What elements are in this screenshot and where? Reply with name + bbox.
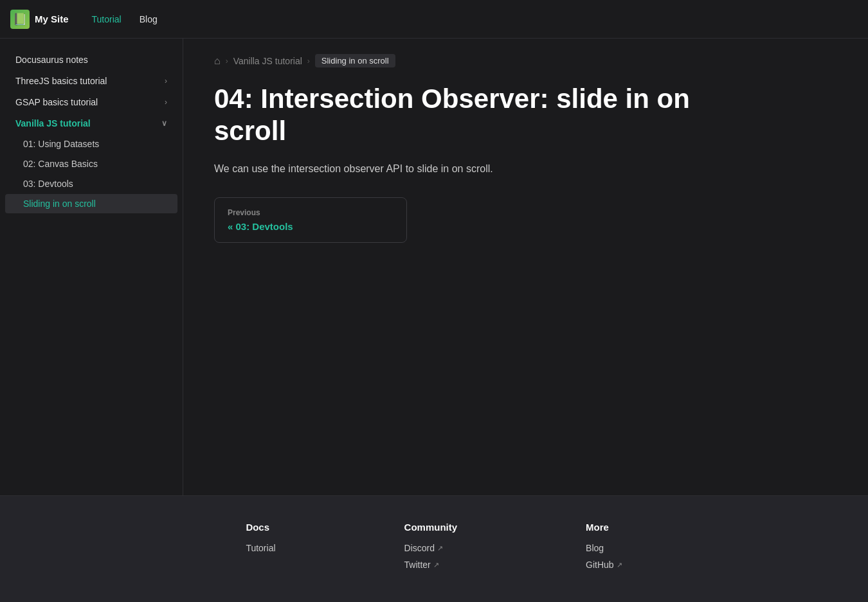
nav-tutorial[interactable]: Tutorial	[84, 9, 129, 30]
sidebar-sub-sliding-on-scroll[interactable]: Sliding in on scroll	[5, 194, 177, 213]
page-title: 04: Intersection Observer: slide in on s…	[214, 83, 731, 148]
breadcrumb-vanilla-js[interactable]: Vanilla JS tutorial	[233, 56, 302, 66]
footer-col-community: Community Discord ↗ Twitter ↗	[404, 522, 458, 576]
breadcrumb: ⌂ › Vanilla JS tutorial › Sliding in on …	[214, 54, 731, 67]
footer-col-docs: Docs Tutorial	[246, 522, 275, 576]
main-content: ⌂ › Vanilla JS tutorial › Sliding in on …	[183, 39, 762, 495]
sidebar-sub-canvas-basics[interactable]: 02: Canvas Basics	[5, 154, 177, 173]
navbar: 📗 My Site Tutorial Blog	[0, 0, 868, 39]
sidebar-item-docusaurus-notes[interactable]: Docusaurus notes	[5, 49, 177, 70]
footer-link-twitter[interactable]: Twitter ↗	[404, 560, 458, 570]
previous-nav-card[interactable]: Previous « 03: Devtools	[214, 197, 407, 243]
footer-more-title: More	[586, 522, 622, 533]
footer-docs-title: Docs	[246, 522, 275, 533]
site-brand[interactable]: 📗 My Site	[10, 10, 69, 29]
footer-link-blog[interactable]: Blog	[586, 543, 622, 553]
site-name: My Site	[35, 13, 69, 24]
sidebar-item-threejs[interactable]: ThreeJS basics tutorial ›	[5, 71, 177, 91]
navbar-links: Tutorial Blog	[84, 9, 165, 30]
footer-link-discord[interactable]: Discord ↗	[404, 543, 458, 553]
sidebar-item-vanilla-js[interactable]: Vanilla JS tutorial ∨	[5, 113, 177, 134]
external-link-icon: ↗	[433, 561, 439, 569]
footer-col-more: More Blog GitHub ↗	[586, 522, 622, 576]
breadcrumb-current: Sliding in on scroll	[315, 54, 395, 67]
nav-card-title: « 03: Devtools	[228, 221, 393, 232]
breadcrumb-sep: ›	[226, 57, 228, 66]
footer-community-title: Community	[404, 522, 458, 533]
chevron-right-icon: ›	[165, 98, 167, 107]
site-icon: 📗	[10, 10, 30, 29]
footer-link-github[interactable]: GitHub ↗	[586, 560, 622, 570]
sidebar: Docusaurus notes ThreeJS basics tutorial…	[0, 39, 183, 495]
sidebar-sub-devtools[interactable]: 03: Devtools	[5, 174, 177, 193]
breadcrumb-sep2: ›	[307, 57, 310, 66]
external-link-icon: ↗	[617, 561, 622, 569]
footer: Docs Tutorial Community Discord ↗ Twitte…	[0, 495, 868, 602]
sidebar-item-gsap[interactable]: GSAP basics tutorial ›	[5, 92, 177, 112]
nav-card-label: Previous	[228, 208, 393, 217]
nav-blog[interactable]: Blog	[132, 9, 165, 30]
external-link-icon: ↗	[437, 544, 443, 553]
footer-link-tutorial[interactable]: Tutorial	[246, 543, 275, 553]
chevron-down-icon: ∨	[161, 119, 167, 128]
sidebar-sub-using-datasets[interactable]: 01: Using Datasets	[5, 134, 177, 154]
chevron-right-icon: ›	[165, 76, 167, 85]
home-icon[interactable]: ⌂	[214, 55, 221, 67]
page-description: We can use the intersection observer API…	[214, 161, 731, 177]
page-wrapper: Docusaurus notes ThreeJS basics tutorial…	[0, 39, 868, 495]
